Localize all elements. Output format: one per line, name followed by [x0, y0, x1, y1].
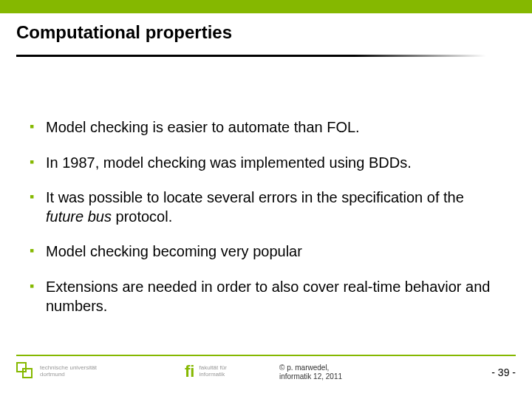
bullet-text-italic: future bus: [46, 208, 112, 225]
copy-line1: © p. marwedel,: [279, 364, 342, 372]
page-number: - 39 -: [491, 366, 516, 378]
list-item: Extensions are needed in order to also c…: [30, 278, 502, 316]
footer: technische universität dortmund fi fakul…: [16, 355, 516, 390]
fi-logo-icon: fi: [185, 362, 194, 381]
bullet-text: In 1987, model checking was implemented …: [46, 154, 412, 171]
bullet-text-prefix: It was possible to locate several errors…: [46, 189, 464, 205]
bullet-text: Model checking is easier to automate tha…: [46, 119, 360, 135]
fi-logo-text: fakultät für informatik: [199, 365, 226, 378]
title-rule-fade: [355, 55, 486, 57]
accent-bar: [0, 0, 532, 13]
tu-logo-icon: [16, 362, 35, 381]
bullet-text: Model checking becoming very popular: [46, 243, 302, 259]
list-item: It was possible to locate several errors…: [30, 188, 502, 226]
fi-line2: informatik: [199, 372, 226, 378]
slide-body: Model checking is easier to automate tha…: [30, 118, 502, 332]
bullet-text-suffix: protocol.: [112, 208, 172, 225]
list-item: Model checking becoming very popular: [30, 242, 502, 262]
list-item: In 1987, model checking was implemented …: [30, 154, 502, 173]
bullet-list: Model checking is easier to automate tha…: [30, 118, 502, 316]
slide-title: Computational properties: [16, 22, 232, 43]
list-item: Model checking is easier to automate tha…: [30, 118, 502, 137]
slide: Computational properties Model checking …: [0, 0, 532, 399]
footer-rule: [16, 355, 516, 356]
copy-line2: informatik 12, 2011: [279, 372, 342, 381]
copyright: © p. marwedel, informatik 12, 2011: [279, 364, 342, 381]
tu-line2: dortmund: [40, 372, 97, 378]
fi-logo: fi fakultät für informatik: [185, 362, 227, 381]
tu-dortmund-logo: technische universität dortmund: [16, 362, 97, 381]
tu-logo-text: technische universität dortmund: [40, 365, 97, 378]
bullet-text: Extensions are needed in order to also c…: [46, 279, 490, 314]
